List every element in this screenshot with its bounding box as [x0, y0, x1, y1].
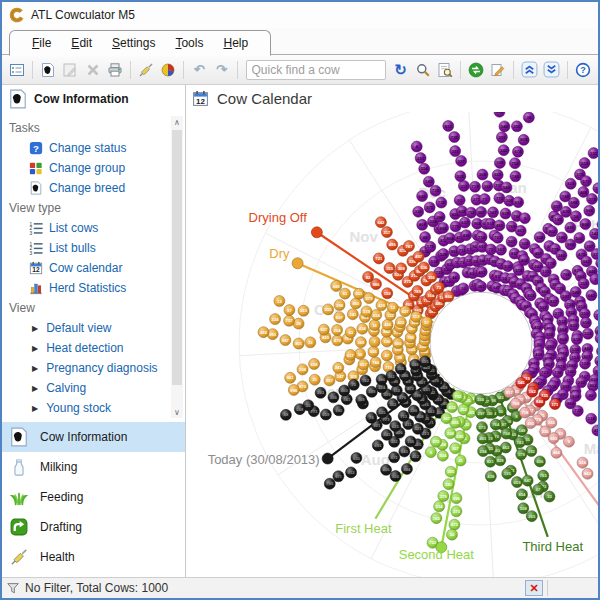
cow-bead[interactable]: 510 [579, 158, 590, 169]
cow-bead[interactable]: 205 [477, 169, 488, 180]
cow-bead[interactable]: 7 [369, 336, 380, 347]
cow-bead[interactable]: 355 [578, 278, 589, 289]
cow-bead[interactable]: 993 [438, 222, 449, 233]
cow-bead[interactable]: 844 [534, 396, 545, 407]
cow-bead[interactable]: 659 [492, 169, 503, 180]
cow-bead[interactable]: 957 [324, 375, 335, 386]
cow-bead[interactable]: 433 [447, 402, 458, 413]
cow-bead[interactable]: 273 [451, 506, 462, 517]
cow-bead[interactable]: 581 [443, 479, 454, 490]
cow-bead[interactable]: 642 [417, 191, 428, 202]
cow-bead[interactable]: 536 [418, 262, 429, 273]
cow-bead[interactable]: 341 [347, 309, 358, 320]
cow-bead[interactable]: 224 [270, 314, 281, 325]
edit-note-button[interactable] [488, 59, 508, 81]
link-change-status[interactable]: ? Change status [2, 138, 185, 158]
cow-bead[interactable]: 242 [498, 145, 509, 156]
cow-bead[interactable]: 47 [381, 350, 392, 361]
cow-bead[interactable]: 743 [515, 437, 526, 448]
cow-bead[interactable]: 317 [458, 180, 469, 191]
cow-calendar-wheel[interactable]: JanFebMarAprMayJunJulAugSepOctNovDec4057… [186, 112, 598, 577]
cow-bead[interactable]: 308 [396, 263, 407, 274]
cow-bead[interactable]: 204 [332, 325, 343, 336]
cow-bead[interactable]: 370 [438, 491, 449, 502]
menu-help[interactable]: Help [213, 32, 258, 54]
edit-record-button-disabled[interactable] [60, 59, 80, 81]
cow-bead[interactable]: 501 [574, 232, 585, 243]
cow-bead[interactable]: 464 [551, 447, 562, 458]
cow-bead[interactable]: 533 [298, 305, 309, 316]
cow-bead[interactable]: 167 [441, 413, 452, 424]
cow-bead[interactable]: 975 [424, 202, 435, 213]
cow-bead[interactable]: 97 [284, 305, 295, 316]
cow-bead[interactable]: 392 [526, 445, 537, 456]
cow-bead[interactable]: 297 [476, 408, 487, 419]
cow-bead[interactable]: 987 [476, 207, 487, 218]
cow-bead[interactable]: 63 [345, 327, 356, 338]
cow-bead[interactable]: 725 [449, 132, 460, 143]
cow-bead[interactable]: 607 [334, 312, 345, 323]
cow-bead[interactable]: 263 [315, 387, 326, 398]
cow-bead[interactable]: 492 [258, 327, 269, 338]
cow-bead[interactable]: 508 [297, 364, 308, 375]
cow-bead[interactable]: 744 [370, 357, 381, 368]
cow-bead[interactable]: 56 [570, 211, 581, 222]
cow-bead[interactable]: 356 [395, 363, 406, 374]
cow-bead[interactable]: 737 [572, 405, 583, 416]
cow-bead[interactable]: 436 [461, 230, 472, 241]
cow-bead[interactable]: 833 [525, 290, 536, 301]
cow-bead[interactable]: 823 [568, 320, 579, 331]
cow-bead[interactable]: 347 [488, 207, 499, 218]
cow-bead[interactable]: 613 [513, 197, 524, 208]
cow-bead[interactable]: 583 [423, 176, 434, 187]
cow-bead[interactable]: 496 [387, 239, 398, 250]
cow-bead[interactable]: 369 [355, 337, 366, 348]
cow-bead[interactable]: 73 [433, 282, 444, 293]
cow-bead[interactable]: 33 [305, 337, 316, 348]
cow-bead[interactable]: 545 [516, 377, 527, 388]
cow-bead[interactable]: 165 [431, 513, 442, 524]
cow-bead[interactable]: 434 [357, 323, 368, 334]
cow-bead[interactable]: 917 [504, 387, 515, 398]
cow-bead[interactable]: 136 [405, 436, 416, 447]
refresh-icon[interactable]: ↻ [391, 59, 411, 81]
cow-bead[interactable]: 571 [581, 176, 592, 187]
cow-bead[interactable]: 820 [565, 178, 576, 189]
cow-bead[interactable]: 966 [584, 205, 595, 216]
cow-bead[interactable]: 311 [595, 333, 598, 344]
cow-bead[interactable]: 971 [333, 471, 344, 482]
cow-bead[interactable]: 3 [590, 274, 598, 285]
cow-bead[interactable]: 16 [369, 320, 380, 331]
cow-bead[interactable]: 924 [437, 450, 448, 461]
cow-bead[interactable]: 114 [593, 183, 598, 194]
cow-bead[interactable]: 406 [381, 464, 392, 475]
cow-bead[interactable]: 9 [519, 213, 530, 224]
cow-bead[interactable]: 661 [285, 372, 296, 383]
cow-bead[interactable]: 507 [506, 236, 517, 247]
cow-bead[interactable]: 426 [382, 319, 393, 330]
cow-bead[interactable]: 761 [594, 310, 598, 321]
cow-bead[interactable]: 768 [510, 398, 521, 409]
cow-bead[interactable]: 656 [534, 456, 545, 467]
cow-bead[interactable]: 468 [417, 219, 428, 230]
cow-bead[interactable]: 36 [355, 348, 366, 359]
cow-bead[interactable]: 483 [477, 433, 488, 444]
cow-bead[interactable]: 718 [519, 407, 530, 418]
cow-bead[interactable]: 540 [499, 121, 510, 132]
cow-bead[interactable]: 672 [430, 436, 441, 447]
cow-bead[interactable]: 38 [523, 112, 534, 123]
cow-bead[interactable]: 795 [324, 478, 335, 489]
scrollbar-thumb[interactable] [172, 130, 182, 385]
cow-bead[interactable]: 461 [515, 225, 526, 236]
link-herd-statistics[interactable]: Herd Statistics [2, 278, 185, 298]
cow-bead[interactable]: 8 [425, 447, 436, 458]
link-change-breed[interactable]: Change breed [2, 178, 185, 198]
cow-bead[interactable]: 75 [485, 244, 496, 255]
cow-bead[interactable]: 67 [533, 484, 544, 495]
pie-chart-button[interactable] [158, 59, 178, 81]
cow-bead[interactable]: 151 [588, 148, 598, 159]
cow-bead[interactable]: 630 [351, 452, 362, 463]
cow-bead[interactable]: 595 [445, 466, 456, 477]
cow-bead[interactable]: 21 [309, 374, 320, 385]
cow-bead[interactable]: 847 [522, 475, 533, 486]
